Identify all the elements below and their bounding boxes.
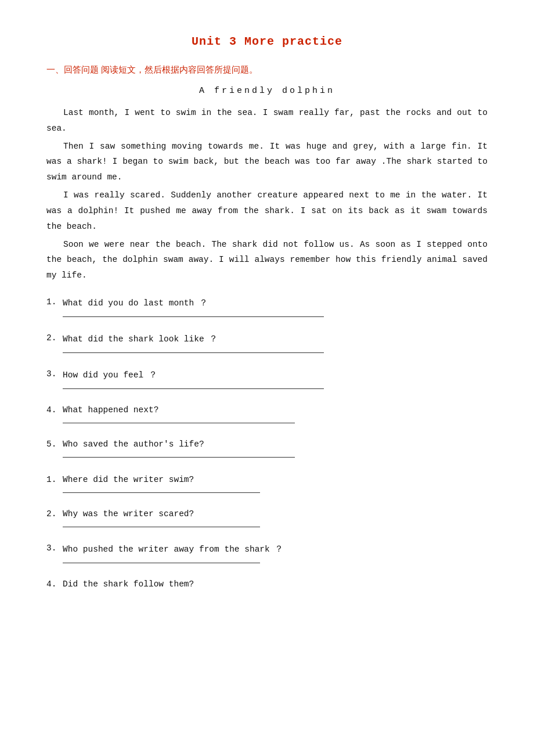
question-item-s2-2: 2. Why was the writer scared? [46, 509, 488, 527]
reading-title: A friendly dolphin [46, 86, 488, 96]
question-text-s2-4: 4. Did the shark follow them? [46, 579, 488, 589]
question-text-s2-1: 1. Where did the writer swim? [46, 475, 488, 484]
section2-questions: 1. Where did the writer swim? 2. Why was… [46, 475, 488, 589]
passage: Last month, I went to swim in the sea. I… [46, 105, 488, 283]
answer-line-5 [63, 457, 295, 458]
question-item-2: 2. What did the shark look like ？ [46, 333, 488, 353]
question-label-s2-1: Where did the writer swim? [63, 475, 194, 484]
question-text-3: 3. How did you feel ？ [46, 369, 488, 380]
question-label-3: How did you feel ？ [63, 369, 157, 380]
passage-para2: Then I saw something moving towards me. … [46, 139, 488, 185]
question-number-s2-3: 3. [46, 543, 58, 555]
question-number-2: 2. [46, 333, 58, 344]
answer-line-s2-3 [63, 563, 260, 563]
question-item-s2-4: 4. Did the shark follow them? [46, 579, 488, 589]
question-number-s2-4: 4. [46, 579, 58, 589]
answer-line-4 [63, 423, 295, 423]
question-item-s2-3: 3. Who pushed the writer away from the s… [46, 543, 488, 563]
question-number-5: 5. [46, 440, 58, 449]
question-text-s2-3: 3. Who pushed the writer away from the s… [46, 543, 488, 555]
question-number-1: 1. [46, 297, 58, 308]
question-label-s2-3: Who pushed the writer away from the shar… [63, 543, 283, 555]
answer-line-2 [63, 352, 324, 353]
answer-line-3 [63, 388, 324, 389]
passage-para4: Soon we were near the beach. The shark d… [46, 237, 488, 283]
question-item-5: 5. Who saved the author's life? [46, 440, 488, 458]
question-number-s2-2: 2. [46, 509, 58, 519]
question-text-2: 2. What did the shark look like ？ [46, 333, 488, 344]
question-text-1: 1. What did you do last month ？ [46, 297, 488, 308]
passage-para1: Last month, I went to swim in the sea. I… [46, 105, 488, 136]
question-number-3: 3. [46, 369, 58, 380]
question-label-s2-4: Did the shark follow them? [63, 579, 194, 589]
question-item-3: 3. How did you feel ？ [46, 369, 488, 389]
answer-line-1 [63, 316, 324, 317]
question-number-4: 4. [46, 405, 58, 415]
question-label-2: What did the shark look like ？ [63, 333, 218, 344]
page-title: Unit 3 More practice [46, 35, 488, 48]
question-label-1: What did you do last month ？ [63, 297, 208, 308]
passage-para3: I was really scared. Suddenly another cr… [46, 188, 488, 234]
question-label-4: What happened next? [63, 405, 158, 415]
question-label-5: Who saved the author's life? [63, 440, 204, 449]
question-text-5: 5. Who saved the author's life? [46, 440, 488, 449]
question-item-1: 1. What did you do last month ？ [46, 297, 488, 317]
answer-line-s2-2 [63, 527, 260, 527]
question-item-s2-1: 1. Where did the writer swim? [46, 475, 488, 493]
question-item-4: 4. What happened next? [46, 405, 488, 423]
section1-header: 一、回答问题 阅读短文，然后根据内容回答所提问题。 [46, 64, 488, 75]
answer-line-s2-1 [63, 492, 260, 493]
question-number-s2-1: 1. [46, 475, 58, 484]
section1-questions: 1. What did you do last month ？ 2. What … [46, 297, 488, 458]
question-text-4: 4. What happened next? [46, 405, 488, 415]
question-text-s2-2: 2. Why was the writer scared? [46, 509, 488, 519]
question-label-s2-2: Why was the writer scared? [63, 509, 194, 519]
